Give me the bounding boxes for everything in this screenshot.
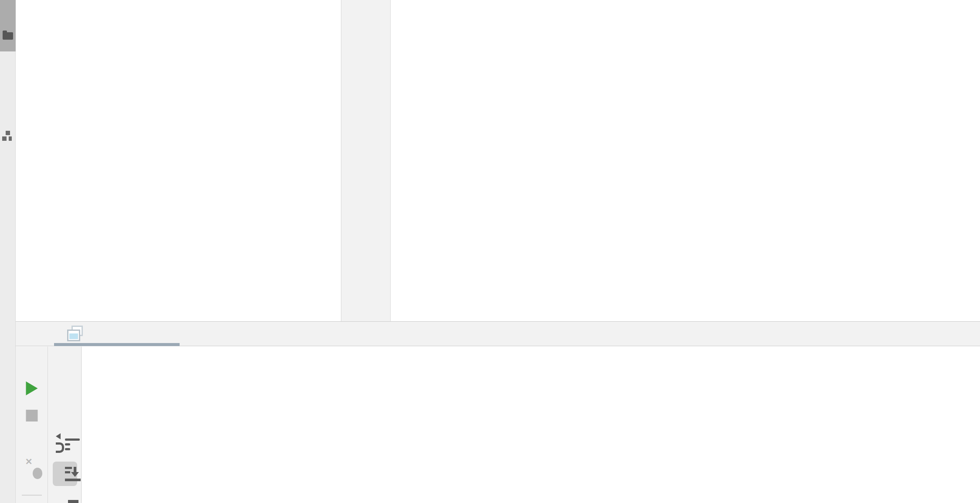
- run-tool-window: [16, 321, 980, 503]
- run-toolbar-right: [48, 347, 82, 503]
- project-folder-icon: [3, 32, 13, 40]
- run-tab-singletest[interactable]: [67, 323, 98, 344]
- run-toolbar-left: [16, 347, 48, 503]
- structure-icon: [2, 131, 14, 141]
- active-tab-indicator: [54, 343, 180, 346]
- code-editor[interactable]: [341, 0, 980, 321]
- console-tab-icon: [67, 326, 85, 342]
- stop-icon[interactable]: [26, 410, 37, 421]
- rerun-icon[interactable]: [26, 381, 37, 395]
- project-toolwindow-button[interactable]: [0, 0, 16, 51]
- tool-window-strip: [0, 0, 16, 503]
- ide-window: [0, 0, 980, 503]
- toolbar-divider: [22, 495, 42, 496]
- run-console-output: [82, 347, 980, 503]
- project-tree: [16, 0, 341, 321]
- gutter-border: [390, 0, 391, 321]
- editor-gutter: [341, 0, 390, 321]
- run-header: [16, 322, 980, 346]
